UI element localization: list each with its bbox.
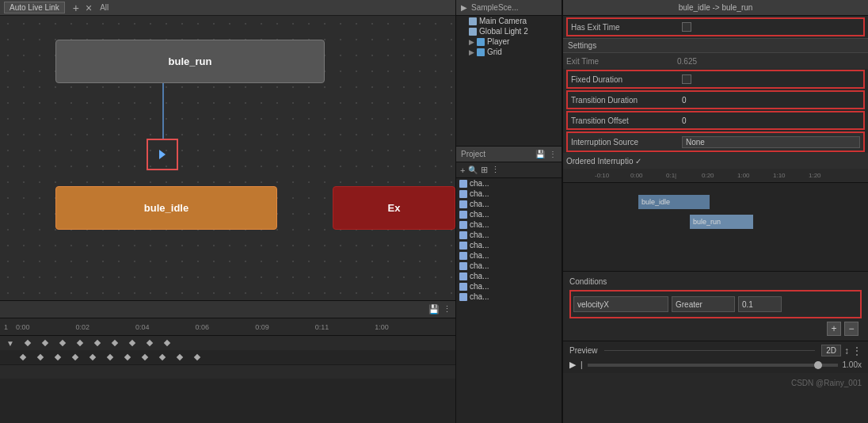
add-condition-button[interactable]: + — [827, 322, 841, 336]
project-item-11[interactable]: cha... — [456, 292, 562, 302]
hierarchy-item-maincamera[interactable]: Main Camera — [456, 16, 562, 26]
fixed-duration-checkbox[interactable] — [682, 74, 691, 84]
diamond-1 — [25, 340, 31, 346]
hierarchy-item-grid[interactable]: ▶ Grid — [456, 47, 562, 57]
project-item-4[interactable]: cha... — [456, 219, 562, 230]
diamond-6 — [112, 340, 118, 346]
bar-run-label: bule_run — [693, 218, 721, 226]
ruler-mark-2: 0:1| — [666, 172, 702, 179]
state-bule-idle[interactable]: bule_idle — [55, 186, 277, 230]
project-item-label-0: cha... — [470, 179, 489, 188]
exit-time-value: 0.625 — [677, 57, 697, 66]
light-icon — [469, 28, 477, 36]
project-items-list: cha... cha... cha... cha... cha... cha..… — [456, 178, 562, 423]
expand-icon-2: ▶ — [469, 48, 474, 56]
anim-icon-9 — [459, 272, 467, 280]
state-exit[interactable]: Ex — [333, 186, 455, 230]
project-plus-icon[interactable]: + — [460, 166, 465, 175]
menu-icon[interactable]: ⋮ — [443, 304, 451, 314]
hierarchy-item-globallight[interactable]: Global Light 2 — [456, 26, 562, 36]
preview-2d-button[interactable]: 2D — [821, 345, 841, 356]
project-item-label-8: cha... — [470, 261, 489, 270]
save-icon[interactable]: 💾 — [428, 304, 440, 314]
camera-icon — [469, 17, 477, 25]
diamond-2 — [42, 340, 48, 346]
preview-header: Preview 2D ↕ ⋮ — [569, 345, 862, 356]
conditions-section: Conditions velocityX Greater + − — [563, 272, 868, 341]
transition-arrow[interactable] — [147, 139, 178, 170]
has-exit-time-checkbox[interactable] — [682, 22, 691, 32]
has-exit-time-row: Has Exit Time — [568, 19, 863, 35]
add-remove-buttons: + − — [569, 320, 862, 337]
condition-operator-select[interactable]: Greater — [672, 296, 735, 312]
preview-step-button[interactable]: | — [581, 360, 583, 369]
preview-progress-slider[interactable] — [588, 364, 838, 367]
project-item-3[interactable]: cha... — [456, 209, 562, 219]
transition-bar-idle: bule_idle — [638, 195, 710, 209]
transition-timeline: -0:10 0:00 0:1| 0:20 1:00 1:10 1:20 bule… — [563, 169, 868, 272]
right-panel: bule_idle -> bule_run Has Exit Time Sett… — [562, 0, 868, 423]
project-menu-icon-2[interactable]: ⋮ — [491, 165, 500, 175]
hierarchy-header: ▶ SampleSce... — [456, 0, 562, 16]
anim-icon-5 — [459, 231, 467, 239]
time-3: 0:06 — [196, 323, 210, 331]
state-bule-idle-label: bule_idle — [144, 202, 188, 214]
ordered-interruption-label: Ordered Interruptio ✓ — [566, 157, 641, 166]
preview-icon-2[interactable]: ⋮ — [852, 345, 862, 356]
diamond-14 — [89, 354, 96, 360]
has-exit-time-section: Has Exit Time — [566, 17, 865, 36]
time-0: 0:00 — [16, 323, 30, 331]
time-6: 1:00 — [375, 323, 389, 331]
diamond-11 — [37, 354, 44, 360]
fixed-duration-label: Fixed Duration — [571, 75, 682, 84]
auto-live-link-button[interactable]: Auto Live Link — [4, 2, 65, 13]
transition-bar-idle-row: bule_idle — [563, 193, 868, 211]
project-panel: Project 💾 ⋮ + 🔍 ⊞ ⋮ cha... cha... cha...… — [456, 147, 562, 423]
timeline-toolbar: 💾 ⋮ — [0, 301, 455, 318]
project-item-0[interactable]: cha... — [456, 178, 562, 189]
hierarchy-globallight-label: Global Light 2 — [479, 27, 528, 36]
hierarchy-item-player[interactable]: ▶ Player — [456, 36, 562, 47]
anim-icon-4 — [459, 221, 467, 229]
project-menu-icon[interactable]: ⋮ — [549, 150, 557, 158]
interruption-source-row: Interruption Source None — [568, 133, 863, 151]
plus-icon[interactable]: + — [73, 2, 79, 14]
interruption-source-select[interactable]: None — [682, 136, 860, 148]
diamond-19 — [177, 354, 183, 360]
remove-condition-button[interactable]: − — [844, 322, 858, 336]
project-header: Project 💾 ⋮ — [456, 147, 562, 162]
preview-icon-1[interactable]: ↕ — [844, 345, 849, 356]
hierarchy-title: SampleSce... — [471, 3, 518, 12]
project-item-10[interactable]: cha... — [456, 281, 562, 292]
conditions-row: velocityX Greater — [573, 294, 858, 314]
fixed-duration-section: Fixed Duration — [566, 70, 865, 89]
hierarchy-player-label: Player — [487, 37, 509, 46]
project-item-7[interactable]: cha... — [456, 250, 562, 261]
timeline-panel: 💾 ⋮ 1 0:00 0:02 0:04 0:06 0:09 0:11 1:00… — [0, 300, 455, 423]
grid-icon — [477, 48, 485, 56]
condition-value-input[interactable] — [738, 296, 782, 312]
project-item-label-1: cha... — [470, 189, 489, 198]
project-item-8[interactable]: cha... — [456, 261, 562, 271]
transition-bar-run: bule_run — [690, 215, 753, 229]
project-layout-icon[interactable]: ⊞ — [481, 165, 488, 175]
anim-icon-3 — [459, 211, 467, 219]
transition-duration-section: Transition Duration 0 — [566, 90, 865, 109]
ruler-mark-5: 1:10 — [773, 172, 809, 179]
transition-duration-value: 0 — [682, 96, 860, 105]
anim-icon-1 — [459, 190, 467, 198]
project-item-6[interactable]: cha... — [456, 240, 562, 250]
project-item-1[interactable]: cha... — [456, 189, 562, 199]
project-item-5[interactable]: cha... — [456, 230, 562, 240]
track-row-1: ▼ — [0, 336, 455, 350]
project-item-2[interactable]: cha... — [456, 199, 562, 209]
preview-play-button[interactable]: ▶ — [569, 360, 576, 370]
project-search-icon[interactable]: 🔍 — [468, 166, 478, 174]
conditions-red-border: velocityX Greater — [569, 290, 862, 318]
exit-time-row: Exit Time 0.625 — [563, 53, 868, 69]
project-item-9[interactable]: cha... — [456, 271, 562, 281]
state-bule-run[interactable]: bule_run — [55, 40, 325, 83]
condition-velocity-select[interactable]: velocityX — [573, 296, 668, 312]
inspector-title-text: bule_idle -> bule_run — [679, 3, 753, 12]
project-save-icon[interactable]: 💾 — [535, 150, 545, 158]
